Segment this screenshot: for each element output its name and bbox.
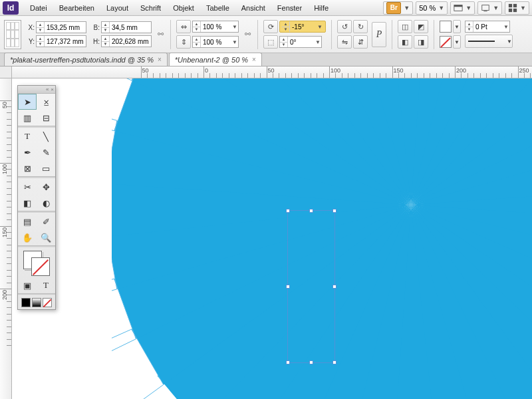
scale-y-field[interactable]: ▲▼▼ [192, 36, 239, 48]
label-w: B: [90, 24, 100, 31]
gap-tool[interactable]: ⊟ [37, 110, 55, 126]
menu-hilfe[interactable]: Hilfe [308, 0, 334, 16]
gradient-swatch-tool[interactable]: ◧ [18, 195, 37, 211]
label-x: X: [25, 24, 35, 31]
menubar: Id Datei Bearbeiten Layout Schrift Objek… [0, 0, 532, 16]
view-mode-buttons[interactable] [18, 296, 55, 309]
line-tool[interactable]: ╲ [37, 128, 55, 144]
workspace: 50050100150200250 50100150200 «× ➤ ⨱ ▥ ⊟ [0, 66, 532, 399]
control-bar: X:▲▼ Y:▲▼ B:▲▼ H:▲▼ ⚯ ⇔▲▼▼ ⇕▲▼▼ ⚯ ⟳▲▼▼ ⬚… [0, 16, 532, 53]
pen-tool[interactable]: ✒ [18, 144, 37, 160]
eyedropper-tool[interactable]: ✐ [37, 213, 55, 229]
label-y: Y: [25, 38, 35, 45]
selection-tool[interactable]: ➤ [18, 94, 37, 110]
free-transform-tool[interactable]: ✥ [37, 179, 55, 195]
vertical-ruler[interactable]: 50100150200 [0, 78, 12, 399]
tab-unbenannt[interactable]: *Unbenannt-2 @ 50 %× [169, 53, 262, 66]
note-tool[interactable]: ▤ [18, 213, 37, 229]
constrain-wh-icon[interactable]: ⚯ [156, 22, 165, 47]
menu-ansicht[interactable]: Ansicht [235, 0, 271, 16]
screen-mode-button[interactable]: ▼ [477, 1, 502, 15]
flip-h-button[interactable]: ⇋ [337, 35, 352, 49]
arrange-button[interactable]: ▼ [505, 1, 529, 15]
scaley-icon: ⇕ [176, 35, 191, 49]
direct-selection-tool[interactable]: ⨱ [37, 94, 55, 110]
y-field[interactable]: ▲▼ [36, 35, 86, 47]
toolbox-header[interactable]: «× [18, 86, 55, 94]
fill-swatch[interactable] [440, 21, 452, 33]
stroke-style-dd[interactable]: ▼ [465, 35, 513, 48]
pencil-tool[interactable]: ✎ [37, 144, 55, 160]
hand-tool[interactable]: ✋ [18, 229, 37, 245]
svg-rect-2 [482, 5, 489, 10]
paragraph-style-icon[interactable]: P [372, 22, 386, 47]
select-prev-button[interactable]: ◧ [398, 35, 412, 49]
close-icon[interactable]: × [252, 56, 256, 63]
zoom-tool[interactable]: 🔍 [37, 229, 55, 245]
stroke-dd[interactable]: ▼ [453, 35, 461, 49]
svg-rect-5 [513, 3, 517, 7]
svg-rect-6 [509, 8, 512, 11]
w-field[interactable]: ▲▼ [101, 21, 152, 33]
stroke-swatch[interactable] [440, 36, 452, 48]
rotation-field-highlight: ▲▼▼ [279, 21, 326, 33]
document-tabbar: *plakat-usertreffen-psdtutorials.indd @ … [0, 53, 532, 66]
type-tool[interactable]: T [18, 128, 37, 144]
menu-objekt[interactable]: Objekt [167, 0, 200, 16]
menu-tabelle[interactable]: Tabelle [200, 0, 235, 16]
scalex-icon: ⇔ [176, 20, 191, 33]
close-icon[interactable]: × [158, 56, 162, 63]
bridge-button[interactable]: Br▼ [383, 1, 413, 15]
select-content-button[interactable]: ◩ [414, 20, 428, 33]
label-h: H: [90, 38, 100, 45]
fill-stroke-swatches[interactable] [18, 248, 55, 277]
rotation-icon: ⟳ [263, 20, 278, 33]
menu-layout[interactable]: Layout [100, 0, 134, 16]
app-logo: Id [3, 1, 19, 15]
menu-schrift[interactable]: Schrift [134, 0, 167, 16]
fill-dd[interactable]: ▼ [453, 20, 461, 33]
tab-plakat[interactable]: *plakat-usertreffen-psdtutorials.indd @ … [4, 53, 168, 66]
canvas[interactable] [12, 78, 532, 399]
stroke-weight-field[interactable]: ▲▼▼ [465, 21, 510, 33]
page-tool[interactable]: ▥ [18, 110, 37, 126]
collapse-icon[interactable]: « [46, 86, 49, 92]
scissors-tool[interactable]: ✂ [18, 179, 37, 195]
toolbox[interactable]: «× ➤ ⨱ ▥ ⊟ T ╲ ✒ ✎ ⊠ ▭ ✂ ✥ ◧ ◐ ▤ ✐ ✋ 🔍 ▣ [17, 85, 56, 310]
svg-rect-4 [509, 3, 512, 7]
rotate-ccw-button[interactable]: ↺ [337, 20, 352, 33]
rectangle-frame-tool[interactable]: ⊠ [18, 160, 37, 176]
menu-fenster[interactable]: Fenster [271, 0, 308, 16]
svg-rect-7 [513, 8, 517, 11]
apply-text-button[interactable]: T [37, 277, 55, 293]
flip-v-button[interactable]: ⇵ [353, 35, 368, 49]
horizontal-ruler[interactable]: 50050100150200250 [12, 66, 532, 78]
constrain-scale-icon[interactable]: ⚯ [243, 22, 252, 47]
svg-rect-3 [484, 11, 487, 11]
selection-box[interactable] [287, 210, 335, 363]
reference-point[interactable] [4, 20, 21, 49]
scale-x-field[interactable]: ▲▼▼ [192, 21, 239, 33]
gradient-feather-tool[interactable]: ◐ [37, 195, 55, 211]
menu-bearbeiten[interactable]: Bearbeiten [53, 0, 100, 16]
zoom-level[interactable]: 50 %▼ [416, 1, 448, 15]
x-field[interactable]: ▲▼ [36, 21, 86, 33]
svg-rect-1 [454, 5, 462, 7]
rotate-cw-button[interactable]: ↻ [353, 20, 368, 33]
select-next-button[interactable]: ◨ [414, 35, 428, 49]
select-container-button[interactable]: ◫ [398, 20, 412, 33]
shear-field[interactable]: ▲▼▼ [279, 36, 322, 48]
rectangle-tool[interactable]: ▭ [37, 160, 55, 176]
view-mode-button-1[interactable]: ▼ [450, 1, 475, 15]
shear-icon: ⬚ [263, 35, 278, 49]
menu-datei[interactable]: Datei [24, 0, 53, 16]
close-icon[interactable]: × [51, 86, 54, 92]
apply-color-button[interactable]: ▣ [18, 277, 37, 293]
h-field[interactable]: ▲▼ [101, 35, 152, 47]
ruler-origin[interactable] [0, 66, 12, 78]
rotation-field[interactable]: ▲▼▼ [282, 21, 323, 33]
